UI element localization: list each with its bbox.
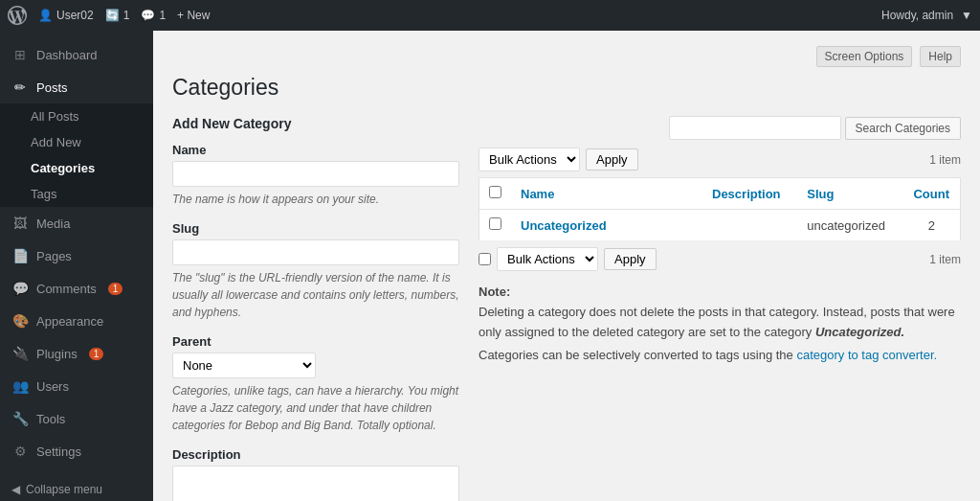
dashboard-label: Dashboard	[36, 48, 98, 62]
collapse-menu[interactable]: ◀ Collapse menu	[0, 475, 153, 501]
settings-label: Settings	[36, 444, 81, 459]
tools-label: Tools	[36, 412, 65, 426]
appearance-label: Appearance	[36, 314, 103, 329]
th-checkbox	[479, 178, 512, 210]
search-input[interactable]	[669, 116, 841, 140]
parent-select[interactable]: None	[172, 353, 316, 378]
row-description-cell	[702, 210, 797, 241]
pages-icon: 📄	[11, 247, 29, 264]
row-checkbox[interactable]	[489, 217, 501, 230]
item-count-bottom: 1 item	[929, 253, 961, 266]
username: User02	[56, 9, 94, 22]
apply-bottom-button[interactable]: Apply	[604, 248, 657, 270]
desc-textarea[interactable]	[172, 466, 459, 501]
user-icon: 👤	[38, 9, 53, 22]
comments-label: Comments	[36, 282, 97, 296]
th-name-link[interactable]: Name	[521, 187, 554, 201]
apply-top-button[interactable]: Apply	[586, 148, 638, 171]
wp-logo[interactable]	[8, 6, 27, 25]
name-group: Name The name is how it appears on your …	[172, 143, 459, 208]
sidebar-item-dashboard[interactable]: ⊞ Dashboard	[0, 38, 153, 71]
sidebar-item-appearance[interactable]: 🎨 Appearance	[0, 305, 153, 337]
layout: ⊞ Dashboard ✏ Posts All Posts Add New Ca…	[0, 31, 980, 501]
sidebar-item-comments[interactable]: 💬 Comments 1	[0, 272, 153, 305]
name-input[interactable]	[172, 161, 459, 187]
sidebar-item-pages[interactable]: 📄 Pages	[0, 239, 153, 272]
th-slug-link[interactable]: Slug	[807, 187, 834, 201]
comments-icon: 💬	[141, 9, 155, 22]
comments-count: 1	[159, 9, 166, 22]
sidebar-item-users[interactable]: 👥 Users	[0, 370, 153, 402]
item-count-top: 1 item	[929, 153, 961, 167]
screen-options-button[interactable]: Screen Options	[816, 46, 913, 67]
media-icon: 🖼	[11, 215, 29, 232]
plugins-icon: 🔌	[11, 345, 29, 362]
note-text2: Categories can be selectively converted …	[479, 348, 796, 362]
appearance-icon: 🎨	[11, 312, 29, 330]
select-all-bottom[interactable]	[479, 253, 491, 265]
sub-categories[interactable]: Categories	[0, 155, 153, 181]
bulk-actions-bottom-select[interactable]: Bulk Actions	[497, 247, 598, 271]
top-bar-left: 👤 User02 🔄 1 💬 1 + New	[8, 6, 210, 25]
sidebar: ⊞ Dashboard ✏ Posts All Posts Add New Ca…	[0, 31, 153, 501]
th-count-link[interactable]: Count	[913, 187, 949, 201]
bulk-actions-top-bar: Bulk Actions Apply 1 item	[479, 148, 961, 171]
categories-table-section: Search Categories Bulk Actions Apply 1 i…	[479, 116, 961, 501]
search-categories-button[interactable]: Search Categories	[845, 117, 961, 140]
row-count-cell: 2	[903, 210, 961, 241]
name-hint: The name is how it appears on your site.	[172, 191, 459, 208]
sub-all-posts[interactable]: All Posts	[0, 103, 153, 129]
new-content-link[interactable]: + New	[177, 9, 210, 22]
posts-icon: ✏	[11, 79, 29, 96]
row-checkbox-cell	[479, 210, 512, 241]
search-box: Search Categories	[669, 116, 961, 140]
sidebar-item-plugins[interactable]: 🔌 Plugins 1	[0, 337, 153, 370]
th-description: Description	[702, 178, 797, 210]
sidebar-item-media[interactable]: 🖼 Media	[0, 207, 153, 239]
slug-input[interactable]	[172, 239, 459, 265]
category-tag-converter-link[interactable]: category to tag converter.	[796, 348, 937, 362]
tools-icon: 🔧	[11, 410, 29, 427]
th-count: Count	[903, 178, 961, 210]
comments-nav-icon: 💬	[11, 280, 29, 297]
name-label: Name	[172, 143, 459, 157]
table-top-bar: Search Categories	[479, 116, 961, 140]
table-row: Uncategorized uncategorized 2	[479, 210, 961, 241]
users-label: Users	[36, 379, 69, 394]
sidebar-item-settings[interactable]: ⚙ Settings	[0, 435, 153, 467]
description-group: Description The description is not promi…	[172, 447, 459, 501]
sub-tags[interactable]: Tags	[0, 181, 153, 207]
admin-icon: ▼	[961, 9, 972, 22]
add-category-form: Add New Category Name The name is how it…	[172, 116, 459, 501]
updates-icon: 🔄	[105, 9, 120, 22]
parent-label: Parent	[172, 334, 459, 349]
sidebar-item-posts[interactable]: ✏ Posts	[0, 71, 153, 103]
comments-menu[interactable]: 💬 1	[141, 9, 166, 22]
select-all-top[interactable]	[489, 186, 501, 198]
category-name-link[interactable]: Uncategorized	[521, 218, 607, 233]
updates-menu[interactable]: 🔄 1	[105, 9, 130, 22]
page-title: Categories	[172, 75, 961, 101]
pages-label: Pages	[36, 249, 72, 263]
top-bar-right: Howdy, admin ▼	[881, 9, 972, 22]
screen-options-bar: Screen Options Help	[172, 46, 961, 67]
th-slug: Slug	[797, 178, 902, 210]
comments-badge: 1	[108, 283, 123, 295]
sidebar-item-tools[interactable]: 🔧 Tools	[0, 402, 153, 435]
plugins-badge: 1	[89, 348, 104, 360]
sub-add-new[interactable]: Add New	[0, 129, 153, 155]
parent-group: Parent None Categories, unlike tags, can…	[172, 334, 459, 434]
collapse-icon: ◀	[11, 483, 20, 496]
howdy-text: Howdy, admin	[881, 9, 953, 22]
two-col-layout: Add New Category Name The name is how it…	[172, 116, 961, 501]
help-button[interactable]: Help	[920, 46, 961, 67]
slug-label: Slug	[172, 221, 459, 236]
categories-table: Name Description Slug Count	[479, 177, 961, 241]
th-desc-link[interactable]: Description	[712, 187, 781, 201]
parent-hint: Categories, unlike tags, can have a hier…	[172, 382, 459, 434]
categories-tbody: Uncategorized uncategorized 2	[479, 210, 961, 241]
media-label: Media	[36, 216, 70, 231]
bulk-actions-top-select[interactable]: Bulk Actions	[479, 148, 580, 171]
user-menu[interactable]: 👤 User02	[38, 9, 94, 22]
posts-submenu: All Posts Add New Categories Tags	[0, 103, 153, 207]
